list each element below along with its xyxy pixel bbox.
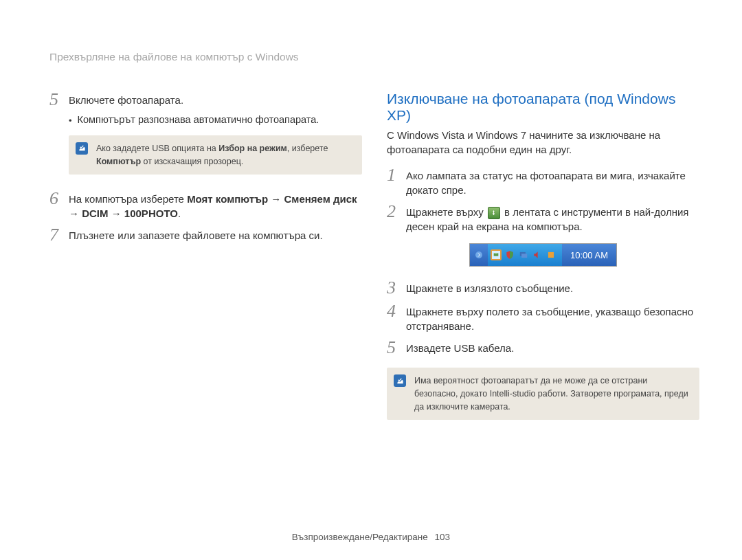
right-column: Изключване на фотоапарата (под Windows X… [387,91,699,435]
step-number: 5 [49,91,69,109]
step-text: На компютъра изберете Моят компютър → См… [69,190,362,221]
step-text: Ако лампата за статус на фотоапарата ви … [406,166,699,197]
step-number: 7 [49,226,69,244]
windows-taskbar: 10:00 AM [469,243,617,267]
step-4: 4 Щракнете върху полето за съобщение, ук… [387,302,699,333]
step-2: 2 Щракнете върху в лентата с инструменти… [387,203,699,234]
left-column: 5 Включете фотоапарата. Компютърът разпо… [49,91,362,435]
note-box-intelli: Има вероятност фотоапаратът да не може д… [387,368,699,420]
step-1: 1 Ако лампата за статус на фотоапарата в… [387,166,699,197]
svg-point-0 [475,251,482,258]
tray-volume-icon [532,249,543,260]
step-number: 6 [49,190,69,208]
taskbar-clock: 10:00 AM [562,250,616,260]
page-header: Прехвърляне на файлове на компютър с Win… [49,51,699,63]
step-number: 3 [387,279,406,297]
note-box-usb: Ако зададете USB опцията на Избор на реж… [69,135,362,175]
svg-rect-4 [548,252,554,258]
note-icon [394,374,406,387]
note-icon [76,142,88,155]
taskbar-chevron-icon [470,244,488,266]
taskbar-screenshot: 10:00 AM [387,243,699,267]
step-number: 1 [387,166,406,184]
step-5r: 5 Извадете USB кабела. [387,339,699,357]
step-text: Щракнете върху в лентата с инструменти в… [406,203,699,234]
step-text: Извадете USB кабела. [406,339,699,355]
svg-rect-3 [521,254,527,258]
step-5: 5 Включете фотоапарата. [49,91,362,109]
section-intro: С Windows Vista и Windows 7 начините за … [387,128,699,157]
step-text: Плъзнете или запазете файловете на компю… [69,226,362,243]
step-text: Щракнете върху полето за съобщение, указ… [406,302,699,333]
safely-remove-icon [488,207,500,219]
step-text: Щракнете в излязлото съобщение. [406,279,699,295]
step-6: 6 На компютъра изберете Моят компютър → … [49,190,362,221]
tray-safely-remove-icon [491,249,502,260]
step-number: 4 [387,302,406,320]
tray-display-icon [518,249,529,260]
step-number: 2 [387,203,406,221]
page-content: Прехвърляне на файлове на компютър с Win… [0,0,742,435]
page-number: 103 [435,532,451,542]
step-5-bullet: Компютърът разпознава автоматично фотоап… [69,114,362,128]
footer-section: Възпроизвеждане/Редактиране [292,532,428,542]
step-number: 5 [387,339,406,357]
two-column-layout: 5 Включете фотоапарата. Компютърът разпо… [49,91,699,435]
step-text: Включете фотоапарата. [69,91,362,107]
step-3: 3 Щракнете в излязлото съобщение. [387,279,699,297]
system-tray [488,244,562,266]
tray-antivirus-icon [546,249,556,260]
step-7: 7 Плъзнете или запазете файловете на ком… [49,226,362,244]
section-title: Изключване на фотоапарата (под Windows X… [387,91,699,124]
tray-shield-icon [504,249,515,260]
page-footer: Възпроизвеждане/Редактиране 103 [0,532,742,542]
